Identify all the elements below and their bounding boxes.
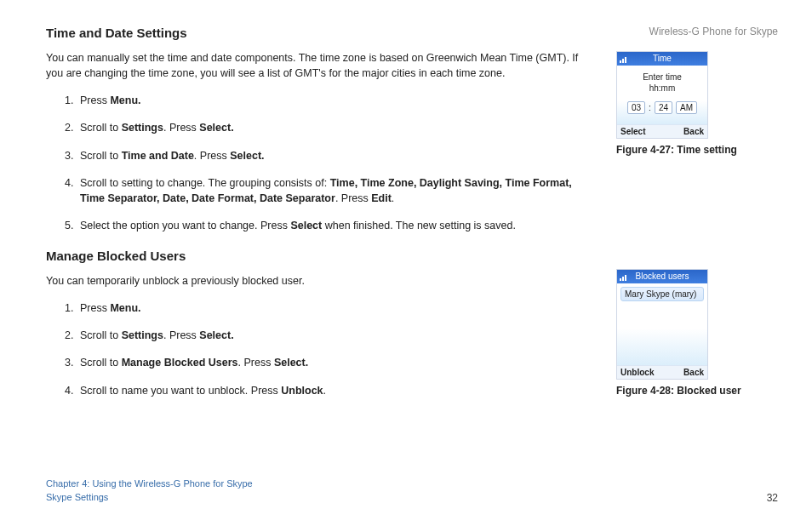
list-item: Scroll to Time and Date. Press Select. <box>77 148 591 163</box>
header-product: Wireless-G Phone for Skype <box>649 26 778 37</box>
blocked-user-item: Mary Skype (mary) <box>620 287 704 301</box>
phone-mock: Blocked users Mary Skype (mary) Unblock … <box>616 269 708 380</box>
list-item: Scroll to Settings. Press Select. <box>77 328 591 343</box>
step-text: . <box>323 385 326 397</box>
main-content: Time and Date Settings You can manually … <box>46 26 591 398</box>
step-bold: Settings <box>122 329 163 341</box>
step-bold: Select. <box>274 357 308 369</box>
section2-intro: You can temporarily unblock a previously… <box>46 273 591 289</box>
step-text: Scroll to setting to change. The groupin… <box>80 177 330 189</box>
step-text: Scroll to <box>80 122 122 134</box>
step-text: . Press <box>194 150 230 162</box>
step-text: . Press <box>238 357 274 369</box>
section1-title: Time and Date Settings <box>46 26 591 40</box>
softkey-left: Unblock <box>620 368 654 377</box>
step-bold: Unblock <box>281 385 323 397</box>
step-bold: Menu. <box>110 94 140 106</box>
colon: : <box>649 103 651 112</box>
softkey-right: Back <box>683 127 704 136</box>
phone-titlebar: Blocked users <box>617 270 707 283</box>
minute-field: 24 <box>655 101 672 114</box>
step-text: Scroll to <box>80 357 122 369</box>
phone-line1: Enter time <box>622 72 702 82</box>
step-text: . Press <box>163 329 199 341</box>
ampm-field: AM <box>676 101 697 114</box>
step-bold: Manage Blocked Users <box>122 357 238 369</box>
footer-chapter-line2: Skype Settings <box>46 491 253 504</box>
step-bold: Menu. <box>110 302 140 314</box>
figure-caption: Figure 4-27: Time setting <box>616 144 778 156</box>
softkey-bar: Unblock Back <box>617 365 707 379</box>
figure-time-setting: Time Enter time hh:mm 03 : 24 AM Select … <box>616 51 778 156</box>
phone-titlebar: Time <box>617 52 707 66</box>
signal-icon <box>620 54 628 63</box>
step-text: when finished. The new setting is saved. <box>322 220 516 232</box>
footer-chapter: Chapter 4: Using the Wireless-G Phone fo… <box>46 477 253 504</box>
section1-intro: You can manually set the time and date c… <box>46 50 591 81</box>
signal-icon <box>620 272 628 281</box>
section2-steps: Press Menu. Scroll to Settings. Press Se… <box>46 300 591 398</box>
figure-caption: Figure 4-28: Blocked user <box>616 385 778 397</box>
footer-chapter-line1: Chapter 4: Using the Wireless-G Phone fo… <box>46 477 253 490</box>
step-text: Scroll to <box>80 150 122 162</box>
page-footer: Chapter 4: Using the Wireless-G Phone fo… <box>46 477 778 504</box>
phone-screen: Enter time hh:mm 03 : 24 AM <box>617 66 707 124</box>
titlebar-text: Blocked users <box>636 272 689 281</box>
step-bold: Select <box>290 220 322 232</box>
section2-title: Manage Blocked Users <box>46 249 591 263</box>
softkey-right: Back <box>683 368 704 377</box>
phone-line2: hh:mm <box>622 83 702 93</box>
step-text: Select the option you want to change. Pr… <box>80 220 290 232</box>
list-item: Scroll to name you want to unblock. Pres… <box>77 383 591 398</box>
page-number: 32 <box>767 492 778 504</box>
time-input-row: 03 : 24 AM <box>622 101 702 114</box>
step-bold: Settings <box>122 122 163 134</box>
phone-mock: Time Enter time hh:mm 03 : 24 AM Select … <box>616 51 708 139</box>
step-text: . Press <box>335 192 371 204</box>
step-bold: Edit <box>371 192 392 204</box>
list-item: Scroll to Settings. Press Select. <box>77 120 591 135</box>
step-text: . Press <box>163 122 199 134</box>
step-bold: Select. <box>230 150 264 162</box>
softkey-bar: Select Back <box>617 124 707 138</box>
phone-screen: Mary Skype (mary) <box>617 283 707 365</box>
section1-steps: Press Menu. Scroll to Settings. Press Se… <box>46 93 591 233</box>
step-text: Press <box>80 302 110 314</box>
step-text: Scroll to <box>80 329 122 341</box>
list-item: Scroll to setting to change. The groupin… <box>77 175 591 206</box>
titlebar-text: Time <box>653 54 672 63</box>
list-item: Scroll to Manage Blocked Users. Press Se… <box>77 355 591 370</box>
softkey-left: Select <box>620 127 645 136</box>
figure-blocked-user: Blocked users Mary Skype (mary) Unblock … <box>616 269 778 397</box>
step-bold: Select. <box>199 329 233 341</box>
step-text: Scroll to name you want to unblock. Pres… <box>80 385 281 397</box>
step-bold: Time and Date <box>122 150 194 162</box>
hour-field: 03 <box>627 101 645 114</box>
list-item: Press Menu. <box>77 300 591 316</box>
step-bold: Select. <box>199 122 233 134</box>
step-text: . <box>392 192 394 204</box>
list-item: Select the option you want to change. Pr… <box>77 218 591 233</box>
step-text: Press <box>80 94 110 106</box>
list-item: Press Menu. <box>77 93 591 108</box>
